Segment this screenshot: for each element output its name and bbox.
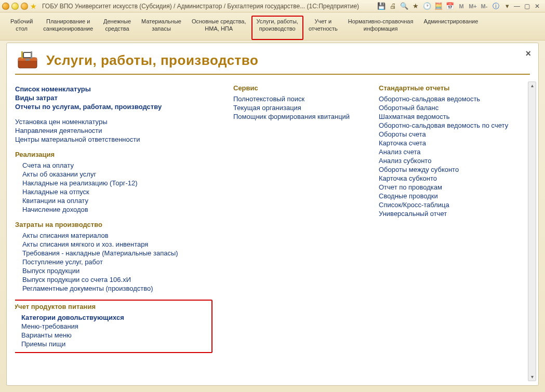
column-reports: Стандартные отчеты Оборотно-сальдовая ве… <box>379 84 519 377</box>
link-requirements-invoices[interactable]: Требования - накладные (Материальные зап… <box>22 249 212 257</box>
app-button-1[interactable] <box>2 3 9 10</box>
favorite-icon[interactable]: ★ <box>30 3 37 10</box>
link-entries-report[interactable]: Отчет по проводкам <box>379 183 519 191</box>
maximize-icon[interactable]: ▢ <box>524 3 533 10</box>
group-food-accounting: Учет продуктов питания Категории довольс… <box>15 300 212 353</box>
column-nav: Список номенклатуры Виды затрат Отчеты п… <box>15 84 212 377</box>
group-title-realization: Реализация <box>15 151 212 158</box>
section-tab-services[interactable]: Услуги, работы, производство <box>251 16 303 40</box>
window-title: ГОБУ ВПО Университет искусств (Субсидия)… <box>39 3 375 10</box>
link-list-crosstab[interactable]: Список/Кросс-таблица <box>379 201 519 209</box>
link-receipt-helper[interactable]: Помощник формирования квитанций <box>233 113 358 120</box>
minimize-icon[interactable]: — <box>514 3 522 10</box>
link-beneficiary-categories[interactable]: Категории довольствующихся <box>21 314 208 321</box>
section-tab-planning[interactable]: Планирование и санкционирование <box>38 16 98 40</box>
svg-rect-5 <box>21 51 23 59</box>
m-button[interactable]: M <box>457 2 466 11</box>
link-payment-receipts[interactable]: Квитанции на оплату <box>22 197 212 205</box>
link-osv-account[interactable]: Оборотно-сальдовая ведомость по счету <box>379 121 519 129</box>
m-minus-button[interactable]: M- <box>480 2 489 11</box>
dropdown-icon[interactable]: ▾ <box>502 2 512 11</box>
info-icon[interactable]: ⓘ <box>491 2 500 11</box>
svg-rect-2 <box>23 52 32 58</box>
history-icon[interactable]: 🕑 <box>422 2 432 11</box>
section-tab-assets[interactable]: Основные средства, НМА, НПА <box>187 16 251 40</box>
link-services-receipt[interactable]: Поступление услуг, работ <box>22 258 212 266</box>
app-button-3[interactable] <box>21 3 28 10</box>
section-tab-reporting[interactable]: Учет и отчетность <box>303 16 343 40</box>
link-torg12[interactable]: Накладные на реализацию (Торг-12) <box>22 179 212 187</box>
link-summary-entries[interactable]: Сводные проводки <box>379 192 519 200</box>
page-title: Услуги, работы, производство <box>46 52 258 69</box>
titlebar: ★ ГОБУ ВПО Университет искусств (Субсиди… <box>0 0 545 12</box>
app-button-2[interactable] <box>11 3 19 10</box>
link-fulltext-search[interactable]: Полнотекстовый поиск <box>233 95 358 103</box>
link-turnover-balance[interactable]: Оборотный баланс <box>379 104 519 112</box>
link-account-card[interactable]: Карточка счета <box>379 139 519 147</box>
link-universal-report[interactable]: Универсальный отчет <box>379 210 519 218</box>
link-product-output[interactable]: Выпуск продукции <box>22 267 212 275</box>
link-activity-directions[interactable]: Направления деятельности <box>15 127 212 134</box>
section-tab-cash[interactable]: Денежные средства <box>98 16 136 40</box>
group-title-reports: Стандартные отчеты <box>379 84 519 92</box>
star-icon[interactable]: ★ <box>411 2 420 11</box>
svg-rect-3 <box>25 59 30 61</box>
panel-header: Услуги, работы, производство <box>15 49 530 75</box>
link-release-notes[interactable]: Накладные на отпуск <box>22 188 212 196</box>
link-subconto-analysis[interactable]: Анализ субконто <box>379 157 519 165</box>
section-tab-reference[interactable]: Нормативно-справочная информация <box>343 16 419 40</box>
calculator-icon[interactable]: 🧮 <box>434 2 443 11</box>
link-price-setup[interactable]: Установка цен номенклатуры <box>15 118 212 126</box>
sections-bar: Рабочий стол Планирование и санкциониров… <box>0 12 545 40</box>
link-material-writeoff[interactable]: Акты списания материалов <box>22 232 212 239</box>
link-current-org[interactable]: Текущая организация <box>233 104 358 112</box>
link-menu-requirements[interactable]: Меню-требования <box>21 322 208 330</box>
scroll-down-icon[interactable]: ▾ <box>531 373 534 381</box>
group-title-costs: Затраты на производство <box>15 221 212 228</box>
m-plus-button[interactable]: M+ <box>468 2 477 11</box>
group-production-costs: Затраты на производство Акты списания ма… <box>15 221 212 292</box>
toolbox-icon <box>15 49 40 72</box>
print-icon[interactable]: 🖨 <box>388 2 397 11</box>
link-account-turnover[interactable]: Обороты счета <box>379 130 519 138</box>
group-realization: Реализация Счета на оплату Акты об оказа… <box>15 151 212 213</box>
scrollbar[interactable]: ▴ ▾ <box>528 82 536 381</box>
scroll-up-icon[interactable]: ▴ <box>531 82 534 89</box>
link-responsibility-centers[interactable]: Центры материальной ответственности <box>15 136 212 143</box>
link-product-output-106[interactable]: Выпуск продукции со счета 106.хИ <box>22 276 212 283</box>
svg-rect-4 <box>31 51 32 59</box>
preview-icon[interactable]: 🔍 <box>400 2 409 11</box>
save-icon[interactable]: 💾 <box>377 2 386 11</box>
main-panel: × Услуги, работы, производство Список но… <box>6 43 539 386</box>
link-soft-inventory-writeoff[interactable]: Акты списания мягкого и хоз. инвентаря <box>22 240 212 248</box>
section-tab-admin[interactable]: Администрирование <box>418 16 483 40</box>
link-account-analysis[interactable]: Анализ счета <box>379 148 519 156</box>
link-chess-sheet[interactable]: Шахматная ведомость <box>379 113 519 120</box>
close-window-icon[interactable]: ✕ <box>535 3 543 10</box>
content-columns: Список номенклатуры Виды затрат Отчеты п… <box>15 84 530 377</box>
link-services-reports[interactable]: Отчеты по услугам, работам, производству <box>15 103 212 111</box>
close-panel-icon[interactable]: × <box>525 48 531 59</box>
link-cost-types[interactable]: Виды затрат <box>15 94 212 102</box>
link-subconto-card[interactable]: Карточка субконто <box>379 174 519 182</box>
column-service: Сервис Полнотекстовый поиск Текущая орга… <box>233 84 358 377</box>
link-subconto-turnover[interactable]: Обороты между субконто <box>379 166 519 173</box>
link-osv[interactable]: Оборотно-сальдовая ведомость <box>379 95 519 103</box>
link-reglament-docs[interactable]: Регламентные документы (производство) <box>22 285 212 292</box>
calendar-icon[interactable]: 📅 <box>445 2 455 11</box>
link-meals[interactable]: Приемы пищи <box>21 340 208 348</box>
section-tab-materials[interactable]: Материальные запасы <box>136 16 187 40</box>
link-menu-variants[interactable]: Варианты меню <box>21 331 208 339</box>
link-nomenclature-list[interactable]: Список номенклатуры <box>15 85 212 93</box>
section-tab-desktop[interactable]: Рабочий стол <box>5 16 38 40</box>
link-invoices[interactable]: Счета на оплату <box>22 161 212 169</box>
link-income-accrual[interactable]: Начисление доходов <box>22 206 212 213</box>
group-title-food: Учет продуктов питания <box>15 303 208 310</box>
link-service-acts[interactable]: Акты об оказании услуг <box>22 170 212 178</box>
group-title-service: Сервис <box>233 84 358 92</box>
